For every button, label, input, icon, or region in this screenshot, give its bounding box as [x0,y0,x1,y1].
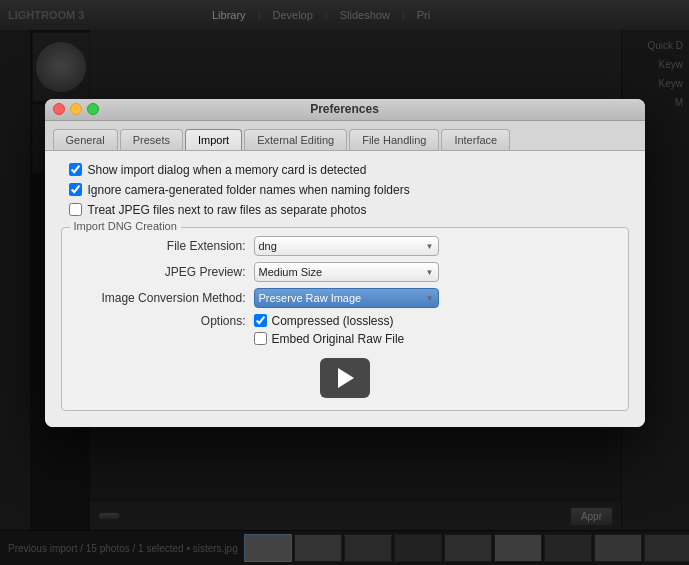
checkbox-folder-names[interactable] [69,183,82,196]
image-conversion-row: Image Conversion Method: Preserve Raw Im… [74,288,616,308]
options-label: Options: [74,314,254,328]
prefs-dialog-title: Preferences [310,102,379,116]
checkbox-label-2: Ignore camera-generated folder names whe… [88,183,410,197]
checkbox-label-3: Treat JPEG files next to raw files as se… [88,203,367,217]
checkbox-label-1: Show import dialog when a memory card is… [88,163,367,177]
file-extension-label: File Extension: [74,239,254,253]
checkbox-row-2: Ignore camera-generated folder names whe… [61,183,629,197]
file-extension-select-wrapper: dng [254,236,439,256]
checkbox-compressed-label: Compressed (lossless) [272,314,394,328]
tab-interface[interactable]: Interface [441,129,510,150]
checkbox-row-1: Show import dialog when a memory card is… [61,163,629,177]
tab-file-handling[interactable]: File Handling [349,129,439,150]
image-conversion-select[interactable]: Preserve Raw Image [254,288,439,308]
dng-group-label: Import DNG Creation [70,220,181,232]
tab-presets[interactable]: Presets [120,129,183,150]
options-compressed-check-row: Compressed (lossless) [254,314,394,328]
checkbox-compressed[interactable] [254,314,267,327]
window-maximize-button[interactable] [87,103,99,115]
play-button[interactable] [320,358,370,398]
modal-overlay: Preferences General Presets Import Exter… [0,0,689,565]
image-conversion-select-wrapper: Preserve Raw Image [254,288,439,308]
window-minimize-button[interactable] [70,103,82,115]
tab-external-editing[interactable]: External Editing [244,129,347,150]
dng-creation-group: Import DNG Creation File Extension: dng … [61,227,629,411]
checkbox-row-3: Treat JPEG files next to raw files as se… [61,203,629,217]
video-container [74,358,616,398]
checkbox-treat-jpeg[interactable] [69,203,82,216]
jpeg-preview-label: JPEG Preview: [74,265,254,279]
options-embed-check-row: Embed Original Raw File [254,332,405,346]
image-conversion-label: Image Conversion Method: [74,291,254,305]
window-controls [53,103,99,115]
checkbox-memory-card[interactable] [69,163,82,176]
play-triangle-icon [338,368,354,388]
jpeg-preview-select[interactable]: Medium Size [254,262,439,282]
preferences-dialog: Preferences General Presets Import Exter… [45,99,645,427]
tab-import[interactable]: Import [185,129,242,150]
prefs-tab-bar: General Presets Import External Editing … [45,121,645,151]
prefs-content: Show import dialog when a memory card is… [45,151,645,427]
file-extension-row: File Extension: dng [74,236,616,256]
options-embed-row: Embed Original Raw File [74,332,616,346]
jpeg-preview-row: JPEG Preview: Medium Size [74,262,616,282]
window-close-button[interactable] [53,103,65,115]
checkbox-embed-label: Embed Original Raw File [272,332,405,346]
file-extension-select[interactable]: dng [254,236,439,256]
prefs-titlebar: Preferences [45,99,645,121]
jpeg-preview-select-wrapper: Medium Size [254,262,439,282]
options-compressed-row: Options: Compressed (lossless) [74,314,616,328]
tab-general[interactable]: General [53,129,118,150]
checkbox-embed-raw[interactable] [254,332,267,345]
